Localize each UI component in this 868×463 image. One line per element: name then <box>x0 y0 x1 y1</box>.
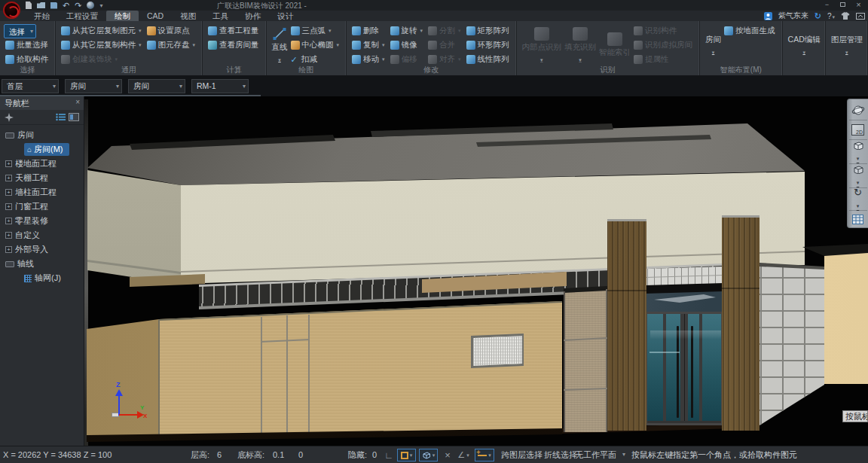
expand-icon[interactable] <box>5 160 12 167</box>
select-button[interactable]: 选择 <box>4 24 36 38</box>
tree-item-external-import[interactable]: 外部导入 <box>0 242 84 257</box>
copy-button[interactable]: 复制 <box>350 38 387 52</box>
tree-item-custom[interactable]: 自定义 <box>0 228 84 242</box>
grid-snap-toggle[interactable] <box>397 449 416 461</box>
rotate-view-button[interactable] <box>849 188 867 211</box>
smart-index-button[interactable]: 智能索引 <box>598 24 632 66</box>
feedback-icon[interactable] <box>856 13 865 20</box>
expand-icon[interactable] <box>5 246 12 253</box>
cross-layer-select-button[interactable]: 跨图层选择 <box>501 446 542 463</box>
tab-tools[interactable]: 工具 <box>204 11 237 21</box>
recognize-component-button[interactable]: 识别构件 <box>632 24 694 38</box>
new-file-icon[interactable] <box>26 2 32 9</box>
object-snap-3d-toggle[interactable] <box>419 449 438 461</box>
tab-project-settings[interactable]: 工程设置 <box>58 11 106 21</box>
expand-icon[interactable] <box>5 175 12 181</box>
orbit-button[interactable] <box>849 101 867 120</box>
fill-recognize-button[interactable]: 填充识别 <box>563 24 598 66</box>
polar-array-button[interactable]: 环形阵列 <box>465 38 511 52</box>
expand-icon[interactable] <box>5 232 12 239</box>
pick-component-icon <box>5 55 14 64</box>
tab-draw[interactable]: 绘制 <box>106 11 139 21</box>
tree-item-floor-works[interactable]: 楼地面工程 <box>0 157 84 171</box>
tab-cad[interactable]: CAD <box>139 11 172 21</box>
model-viewport[interactable]: Z X Y 按鼠标 2D <box>84 96 868 446</box>
type-select[interactable]: 房间 <box>128 79 185 93</box>
glodon-logo-icon[interactable] <box>3 2 20 19</box>
work-plane-select[interactable]: 无工作平面 <box>571 449 627 461</box>
split-button[interactable]: 分割 <box>426 24 463 38</box>
2d-view-button[interactable]: 2D <box>849 120 867 140</box>
locate-icon[interactable] <box>5 113 14 122</box>
undo-icon[interactable] <box>63 2 69 9</box>
tree-item-misc-decoration[interactable]: 零星装修 <box>0 214 84 228</box>
tab-collaborate[interactable]: 协作 <box>237 11 269 21</box>
view-cube-button[interactable] <box>849 140 867 164</box>
tree-item-axis[interactable]: 轴线 <box>0 257 84 271</box>
layer-manage-button[interactable]: 图层管理 <box>830 24 864 66</box>
sync-icon[interactable] <box>815 11 821 21</box>
recognize-virtual-room-button[interactable]: 识别虚拟房间 <box>632 38 694 52</box>
tab-view[interactable]: 视图 <box>172 11 204 21</box>
mirror-button[interactable]: 镜像 <box>389 38 425 52</box>
tree-item-room[interactable]: 房间 <box>0 128 84 142</box>
base-elevation-value: 0.1 <box>273 446 284 463</box>
three-point-arc-button[interactable]: 三点弧 <box>289 24 341 38</box>
polar-tracking-toggle[interactable] <box>455 449 472 461</box>
snap-off-toggle[interactable] <box>442 449 454 461</box>
set-origin-button[interactable]: 设置原点 <box>145 24 197 38</box>
minimize-button[interactable] <box>819 0 835 10</box>
ribbon: 选择 筛选 批量选择 拾取构件 选择 从其它层复制图元 从其它层复制构件 创建装… <box>0 21 868 76</box>
redo-icon[interactable] <box>75 2 81 9</box>
close-button[interactable] <box>851 0 866 10</box>
expand-icon[interactable] <box>5 218 12 224</box>
customize-toolbar-icon[interactable] <box>99 2 102 9</box>
extension-line-toggle[interactable] <box>475 449 494 461</box>
rect-array-button[interactable]: 矩形阵列 <box>465 24 511 38</box>
center-ellipse-button[interactable]: 中心椭圆 <box>289 38 341 52</box>
copy-components-from-layer-button[interactable]: 从其它层复制构件 <box>60 38 143 52</box>
view-room-quantities-button[interactable]: 查看房间量 <box>206 38 261 52</box>
delete-button[interactable]: 删除 <box>350 24 387 38</box>
element-name-select[interactable]: RM-1 <box>191 79 249 93</box>
tab-design[interactable]: 设计 <box>269 11 301 21</box>
merge-button[interactable]: 合并 <box>426 38 463 52</box>
rotate-button[interactable]: 旋转 <box>389 24 425 38</box>
tree-item-wall-column-works[interactable]: 墙柱面工程 <box>0 185 84 200</box>
save-element-button[interactable]: 图元存盘 <box>145 38 197 52</box>
panel-close-icon[interactable] <box>75 98 80 106</box>
username[interactable]: 紫气东来 <box>778 11 808 21</box>
view-toolbar: 2D <box>847 99 868 228</box>
room-button[interactable]: 房间 <box>704 24 723 66</box>
view-style-button[interactable] <box>849 164 867 188</box>
expand-icon[interactable] <box>5 189 12 196</box>
inner-point-recognize-button[interactable]: 内部点识别 <box>521 24 564 66</box>
panel-view-icon[interactable] <box>69 113 79 121</box>
help-button[interactable]: ? <box>827 12 835 20</box>
schedule-button[interactable] <box>849 211 867 227</box>
open-file-icon[interactable] <box>37 2 45 8</box>
expand-icon[interactable] <box>5 203 12 210</box>
cross-icon <box>445 449 451 461</box>
workspace-icon[interactable] <box>87 2 94 9</box>
list-view-icon[interactable] <box>56 113 66 121</box>
cad-edit-button[interactable]: CAD编辑 <box>787 24 822 66</box>
line-button[interactable]: 直线 <box>270 24 289 66</box>
tree-item-ceiling-works[interactable]: 天棚工程 <box>0 171 84 185</box>
tab-start[interactable]: 开始 <box>26 11 58 21</box>
generate-by-floor-button[interactable]: 按地面生成 <box>723 24 777 38</box>
group-label-calculate: 计算 <box>203 65 266 75</box>
view-quantities-button[interactable]: 查看工程量 <box>206 24 261 38</box>
batch-select-button[interactable]: 批量选择 <box>4 38 50 52</box>
copy-elements-from-layer-button[interactable]: 从其它层复制图元 <box>60 24 143 38</box>
ortho-angle-toggle[interactable] <box>383 449 395 461</box>
tree-item-door-window-works[interactable]: 门窗工程 <box>0 200 84 214</box>
maximize-button[interactable] <box>835 0 851 10</box>
category-select[interactable]: 房间 <box>65 79 122 93</box>
tree-item-room-m[interactable]: 房间(M) <box>24 143 69 156</box>
floor-select[interactable]: 首层 <box>2 79 59 93</box>
user-avatar[interactable] <box>764 12 772 20</box>
save-icon[interactable] <box>50 2 57 9</box>
theme-shirt-icon[interactable] <box>841 12 850 20</box>
tree-item-grid-j[interactable]: 轴网(J) <box>0 271 84 285</box>
